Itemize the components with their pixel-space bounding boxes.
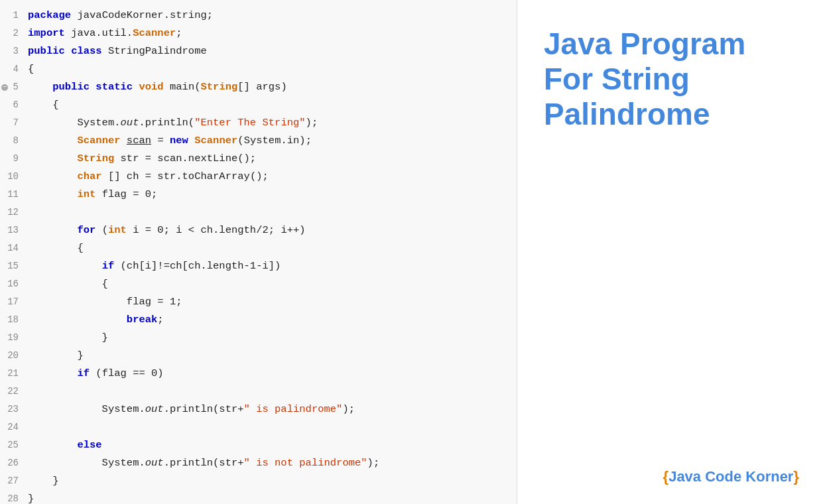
line-number-25: 25 — [0, 436, 25, 454]
line-content-28: } — [25, 490, 517, 504]
line-content-27: } — [25, 472, 517, 490]
code-line-11: 11 int flag = 0; — [0, 186, 517, 204]
line-number-19: 19 — [0, 329, 25, 347]
code-panel: 1package javaCodeKorner.string;2import j… — [0, 0, 517, 504]
code-line-18: 18 break; — [0, 311, 517, 329]
line-content-21: if (flag == 0) — [25, 365, 517, 383]
line-content-14: { — [25, 239, 517, 257]
line-number-28: 28 — [0, 490, 25, 504]
branding-label: {Java Code Korner} — [663, 468, 799, 491]
line-number-7: 7 — [0, 114, 25, 132]
brand-text: Java Code Korner — [668, 468, 793, 485]
code-line-12: 12 — [0, 204, 517, 221]
code-line-26: 26 System.out.println(str+" is not palin… — [0, 454, 517, 472]
code-line-16: 16 { — [0, 275, 517, 293]
code-line-3: 3public class StringPalindrome — [0, 42, 517, 60]
code-line-10: 10 char [] ch = str.toCharArray(); — [0, 168, 517, 186]
line-number-23: 23 — [0, 401, 25, 418]
line-number-2: 2 — [0, 25, 25, 42]
code-line-24: 24 — [0, 418, 517, 436]
right-panel: Java ProgramFor StringPalindrome {Java C… — [517, 0, 819, 504]
line-number-4: 4 — [0, 60, 25, 78]
line-number-6: 6 — [0, 96, 25, 114]
line-number-11: 11 — [0, 186, 25, 204]
line-content-13: for (int i = 0; i < ch.length/2; i++) — [25, 221, 517, 239]
line-content-18: break; — [25, 311, 517, 329]
code-line-9: 9 String str = scan.nextLine(); — [0, 150, 517, 168]
line-number-10: 10 — [0, 168, 25, 186]
line-number-3: 3 — [0, 42, 25, 60]
collapse-icon[interactable]: − — [1, 84, 8, 91]
line-number-13: 13 — [0, 221, 25, 239]
line-number-27: 27 — [0, 472, 25, 490]
title-block: Java ProgramFor StringPalindrome — [544, 27, 745, 468]
line-content-9: String str = scan.nextLine(); — [25, 150, 517, 168]
line-number-1: 1 — [0, 7, 25, 25]
line-content-16: { — [25, 275, 517, 293]
line-content-5: public static void main(String[] args) — [25, 78, 517, 96]
line-content-2: import java.util.Scanner; — [25, 25, 517, 42]
line-content-23: System.out.println(str+" is palindrome")… — [25, 401, 517, 418]
code-line-13: 13 for (int i = 0; i < ch.length/2; i++) — [0, 221, 517, 239]
line-number-22: 22 — [0, 383, 25, 401]
line-content-7: System.out.println("Enter The String"); — [25, 114, 517, 132]
code-line-27: 27 } — [0, 472, 517, 490]
line-number-24: 24 — [0, 418, 25, 436]
code-line-8: 8 Scanner scan = new Scanner(System.in); — [0, 132, 517, 150]
code-line-5: −5 public static void main(String[] args… — [0, 78, 517, 96]
code-line-17: 17 flag = 1; — [0, 293, 517, 311]
close-brace: } — [793, 468, 799, 485]
code-line-14: 14 { — [0, 239, 517, 257]
line-number-21: 21 — [0, 365, 25, 383]
line-number-16: 16 — [0, 275, 25, 293]
code-line-21: 21 if (flag == 0) — [0, 365, 517, 383]
line-content-3: public class StringPalindrome — [25, 42, 517, 60]
line-number-20: 20 — [0, 347, 25, 365]
code-line-1: 1package javaCodeKorner.string; — [0, 7, 517, 25]
line-number-17: 17 — [0, 293, 25, 311]
line-number-8: 8 — [0, 132, 25, 150]
code-line-15: 15 if (ch[i]!=ch[ch.length-1-i]) — [0, 257, 517, 275]
open-brace: { — [663, 468, 669, 485]
line-number-12: 12 — [0, 204, 25, 221]
line-content-20: } — [25, 347, 517, 365]
line-content-15: if (ch[i]!=ch[ch.length-1-i]) — [25, 257, 517, 275]
line-content-1: package javaCodeKorner.string; — [25, 7, 517, 25]
line-number-9: 9 — [0, 150, 25, 168]
line-number-26: 26 — [0, 454, 25, 472]
code-line-6: 6 { — [0, 96, 517, 114]
code-line-19: 19 } — [0, 329, 517, 347]
line-number-15: 15 — [0, 257, 25, 275]
line-content-11: int flag = 0; — [25, 186, 517, 204]
line-number-18: 18 — [0, 311, 25, 329]
code-line-23: 23 System.out.println(str+" is palindrom… — [0, 401, 517, 418]
line-content-4: { — [25, 60, 517, 78]
line-content-6: { — [25, 96, 517, 114]
line-content-19: } — [25, 329, 517, 347]
page-title: Java ProgramFor StringPalindrome — [544, 27, 745, 132]
code-line-20: 20 } — [0, 347, 517, 365]
line-content-10: char [] ch = str.toCharArray(); — [25, 168, 517, 186]
code-line-22: 22 — [0, 383, 517, 401]
line-content-25: else — [25, 436, 517, 454]
code-line-7: 7 System.out.println("Enter The String")… — [0, 114, 517, 132]
code-line-2: 2import java.util.Scanner; — [0, 25, 517, 42]
code-line-28: 28} — [0, 490, 517, 504]
line-content-26: System.out.println(str+" is not palindro… — [25, 454, 517, 472]
line-content-8: Scanner scan = new Scanner(System.in); — [25, 132, 517, 150]
code-line-4: 4{ — [0, 60, 517, 78]
line-content-17: flag = 1; — [25, 293, 517, 311]
line-number-5: −5 — [0, 78, 25, 96]
line-number-14: 14 — [0, 239, 25, 257]
code-line-25: 25 else — [0, 436, 517, 454]
